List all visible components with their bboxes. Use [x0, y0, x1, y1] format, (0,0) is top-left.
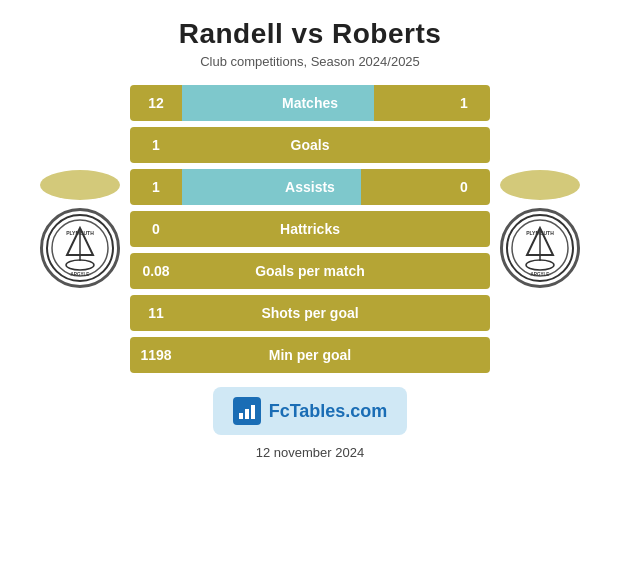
header: Randell vs Roberts Club competitions, Se… [169, 0, 452, 75]
stat-label-goals-per-match: Goals per match [182, 263, 438, 279]
stat-label-assists: Assists [182, 179, 438, 195]
stat-row-shots-per-goal: 11Shots per goal [130, 295, 490, 331]
stat-row-min-per-goal: 1198Min per goal [130, 337, 490, 373]
stat-left-min-per-goal: 1198 [130, 347, 182, 363]
fctables-icon [233, 397, 261, 425]
stat-left-shots-per-goal: 11 [130, 305, 182, 321]
stat-left-assists: 1 [130, 179, 182, 195]
svg-text:ARGYLE: ARGYLE [71, 272, 90, 277]
footer-date: 12 november 2024 [256, 445, 364, 470]
left-logo-area: PLYMOUTH ARGYLE [30, 170, 130, 288]
svg-rect-18 [251, 405, 255, 419]
stat-row-matches: 12Matches1 [130, 85, 490, 121]
left-badge-svg: PLYMOUTH ARGYLE [45, 213, 115, 283]
stat-left-goals-per-match: 0.08 [130, 263, 182, 279]
right-badge-svg: PLYMOUTH ARGYLE [505, 213, 575, 283]
stats-area: 12Matches11Goals1Assists00Hattricks0.08G… [130, 85, 490, 373]
stat-label-hattricks: Hattricks [182, 221, 438, 237]
right-logo-area: PLYMOUTH ARGYLE [490, 170, 590, 288]
page-title: Randell vs Roberts [179, 18, 442, 50]
subtitle: Club competitions, Season 2024/2025 [179, 54, 442, 69]
right-oval-badge [500, 170, 580, 200]
main-content: PLYMOUTH ARGYLE 12Matches11Goals1Assists… [0, 75, 620, 373]
fctables-banner: FcTables.com [213, 387, 408, 435]
stat-right-matches: 1 [438, 95, 490, 111]
chart-icon [237, 401, 257, 421]
stat-label-matches: Matches [182, 95, 438, 111]
stat-label-shots-per-goal: Shots per goal [182, 305, 438, 321]
stat-left-matches: 12 [130, 95, 182, 111]
left-club-badge: PLYMOUTH ARGYLE [40, 208, 120, 288]
stat-left-goals: 1 [130, 137, 182, 153]
stat-row-goals: 1Goals [130, 127, 490, 163]
left-oval-badge [40, 170, 120, 200]
fctables-text: FcTables.com [269, 401, 388, 422]
stat-row-hattricks: 0Hattricks [130, 211, 490, 247]
stat-label-goals: Goals [182, 137, 438, 153]
stat-right-assists: 0 [438, 179, 490, 195]
svg-rect-17 [245, 409, 249, 419]
svg-rect-16 [239, 413, 243, 419]
stat-left-hattricks: 0 [130, 221, 182, 237]
right-club-badge: PLYMOUTH ARGYLE [500, 208, 580, 288]
stat-row-goals-per-match: 0.08Goals per match [130, 253, 490, 289]
stat-row-assists: 1Assists0 [130, 169, 490, 205]
svg-text:ARGYLE: ARGYLE [531, 272, 550, 277]
stat-label-min-per-goal: Min per goal [182, 347, 438, 363]
